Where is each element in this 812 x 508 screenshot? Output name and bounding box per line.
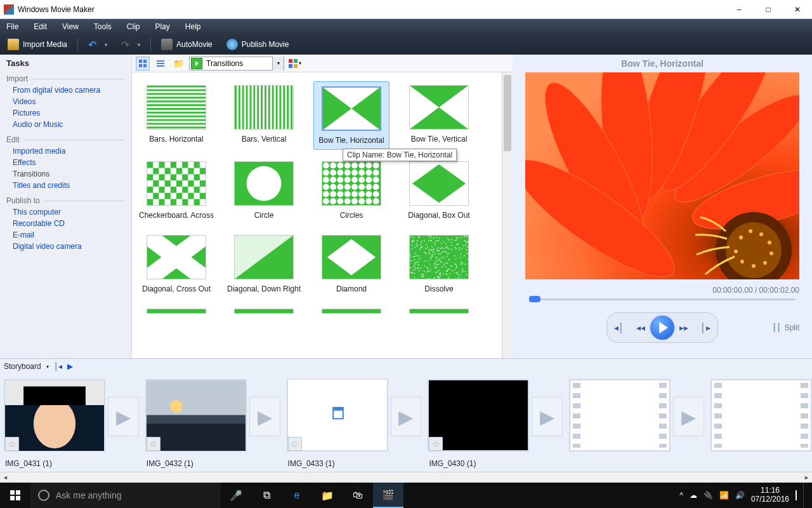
task-import-audio[interactable]: Audio or Music [13,120,125,129]
task-transitions[interactable]: Transitions [13,170,125,178]
view-options-button[interactable]: ▾ [288,57,302,70]
task-publish-computer[interactable]: This computer [13,208,125,217]
task-effects[interactable]: Effects [13,158,125,167]
tray-onedrive-icon[interactable]: ☁ [690,491,697,500]
transition-tile[interactable] [313,305,390,318]
tray-clock[interactable]: 11:16 07/12/2016 [751,486,789,504]
start-button[interactable] [0,483,30,508]
task-publish-cd[interactable]: Recordable CD [13,219,125,228]
taskbar-movie-maker[interactable]: 🎬 [373,483,403,508]
transition-tile[interactable]: Circles [313,157,390,224]
browser-scrollbar[interactable] [502,72,513,358]
combo-dropdown[interactable]: ▾ [272,57,284,70]
view-thumbnails-button[interactable] [136,57,150,70]
storyboard-transition-slot[interactable]: ▶ [249,397,280,436]
transition-tile[interactable] [138,305,214,318]
scrollbar-thumb[interactable] [504,75,511,151]
seek-knob[interactable] [529,296,540,302]
transition-tile[interactable]: Checkerboard, Across [138,157,214,224]
taskbar-store[interactable]: 🛍 [343,483,373,508]
menu-edit[interactable]: Edit [31,21,49,32]
storyboard-rewind-button[interactable]: │◂ [54,362,63,371]
task-publish-email[interactable]: E-mail [13,231,125,239]
transition-tile[interactable]: Diagonal, Down Right [226,231,302,297]
storyboard-clip[interactable]: ☆ [287,379,388,451]
transition-tile[interactable] [226,305,302,318]
storyboard-clip[interactable] [710,379,812,451]
menu-help[interactable]: Help [183,21,204,32]
task-import-camera[interactable]: From digital video camera [13,86,125,95]
next-frame-button[interactable]: │▸ [695,319,716,337]
task-titles-credits[interactable]: Titles and credits [13,181,125,190]
task-view-button[interactable]: ⧉ [251,483,282,508]
minimize-button[interactable]: – [724,0,754,19]
transition-tile[interactable]: Bars, Vertical [226,81,302,150]
storyboard-clip[interactable] [569,379,671,451]
maximize-button[interactable]: □ [754,0,783,19]
folder-up-button[interactable]: 📁 [171,57,185,70]
tray-power-icon[interactable]: 🔌 [704,491,713,500]
redo-button[interactable]: ↷▾ [117,37,144,51]
tray-chevron[interactable]: ^ [679,491,683,500]
menu-clip[interactable]: Clip [124,21,143,32]
storyboard-transition-slot[interactable]: ▶ [673,397,704,436]
taskbar-mic[interactable]: 🎤 [221,483,251,508]
storyboard-clip[interactable]: ☆ [145,379,247,451]
transition-tile[interactable]: Diamond [313,231,390,297]
storyboard-dropdown[interactable]: ▾ [46,364,49,370]
transition-tile[interactable]: Bow Tie, Vertical [401,81,477,150]
task-imported-media[interactable]: Imported media [13,147,125,156]
taskbar-edge[interactable]: e [282,483,312,508]
storyboard-item[interactable]: ☆IMG_0431 (1) [0,379,105,468]
scroll-right[interactable]: ► [801,472,812,483]
storyboard-item[interactable] [565,379,671,459]
clip-star-icon[interactable]: ☆ [429,437,443,451]
transition-tile[interactable]: Diagonal, Box Out [401,157,477,224]
automovie-button[interactable]: AutoMovie [157,37,216,51]
storyboard-item[interactable]: ☆IMG_0430 (1) [424,379,529,468]
clip-star-icon[interactable]: ☆ [5,437,19,451]
tray-wifi-icon[interactable]: 📶 [719,491,729,500]
storyboard-item[interactable]: ☆IMG_0433 (1) [283,379,388,468]
show-desktop-button[interactable] [803,483,807,508]
task-import-pictures[interactable]: Pictures [13,109,125,117]
transition-tile[interactable]: Bow Tie, Horizontal [313,81,390,150]
scroll-left[interactable]: ◄ [0,472,11,483]
storyboard-transition-slot[interactable]: ▶ [391,397,422,436]
clip-star-icon[interactable]: ☆ [288,437,302,451]
storyboard-item[interactable]: ☆IMG_0432 (1) [141,379,247,468]
storyboard-item[interactable] [707,379,812,459]
undo-button[interactable]: ↶▾ [84,37,111,51]
task-publish-camera[interactable]: Digital video camera [13,242,125,251]
storyboard-track[interactable]: ☆IMG_0431 (1)▶☆IMG_0432 (1)▶☆IMG_0433 (1… [0,374,812,472]
forward-button[interactable]: ▸▸ [673,319,695,337]
transition-tile[interactable] [401,305,477,318]
seek-bar[interactable] [529,296,796,302]
transition-tile[interactable]: Dissolve [401,231,477,297]
close-button[interactable]: ✕ [783,0,812,19]
storyboard-clip[interactable]: ☆ [428,379,529,451]
action-center-icon[interactable] [796,491,797,500]
storyboard-scrollbar[interactable]: ◄ ► [0,472,812,483]
import-media-button[interactable]: Import Media [4,37,71,51]
publish-button[interactable]: Publish Movie [223,37,293,51]
transition-tile[interactable]: Bars, Horizontal [138,81,214,150]
transition-tile[interactable]: Diagonal, Cross Out [138,231,214,297]
task-import-videos[interactable]: Videos [13,97,125,106]
menu-file[interactable]: File [4,21,21,32]
view-details-button[interactable] [154,57,167,70]
transition-tile[interactable]: Circle [226,157,302,224]
storyboard-label[interactable]: Storyboard [4,362,41,371]
prev-frame-button[interactable]: ◂│ [608,319,630,337]
split-button[interactable]: ┃┃ Split [772,323,799,332]
rewind-button[interactable]: ◂◂ [630,319,652,337]
clip-star-icon[interactable]: ☆ [147,437,160,451]
menu-play[interactable]: Play [153,21,173,32]
taskbar-explorer[interactable]: 📁 [312,483,343,508]
storyboard-transition-slot[interactable]: ▶ [532,397,563,436]
storyboard-play-button[interactable]: ▶ [67,362,73,371]
taskbar-search[interactable]: Ask me anything [30,483,221,508]
play-button[interactable] [649,314,676,341]
menu-tools[interactable]: Tools [91,21,114,32]
collection-combo[interactable]: Transitions ▾ [189,57,284,70]
